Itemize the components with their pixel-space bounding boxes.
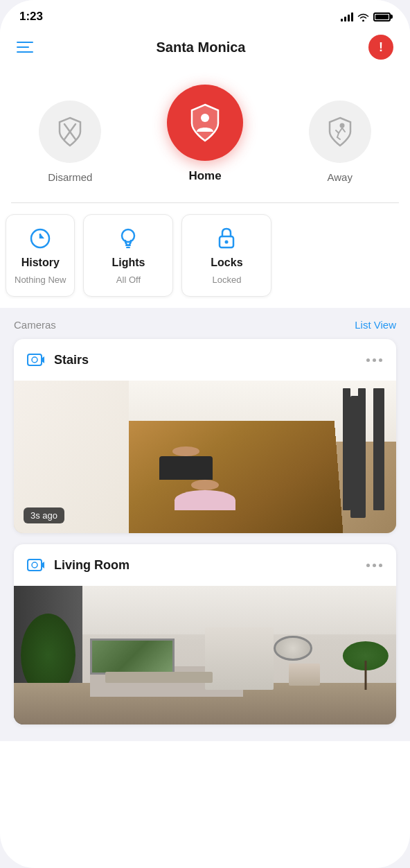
- camera-name-group-stairs: Stairs: [25, 349, 89, 371]
- locks-title: Locks: [211, 257, 242, 269]
- locks-icon: [214, 226, 239, 251]
- camera-card-stairs: Stairs: [14, 339, 396, 533]
- living-room-scene: [14, 586, 396, 724]
- timestamp-badge-stairs: 3s ago: [24, 507, 64, 523]
- action-card-history-partial[interactable]: History Nothing New: [6, 214, 75, 297]
- coffee-table: [105, 672, 213, 683]
- camera-thumbnail-stairs[interactable]: 3s ago: [14, 381, 396, 533]
- header: Santa Monica !: [0, 28, 410, 71]
- railing-4: [343, 388, 350, 510]
- battery-icon: [373, 12, 391, 21]
- wifi-icon: [357, 12, 369, 21]
- camera-device-icon-living-room: [25, 554, 47, 576]
- figure-person-1: [159, 446, 213, 480]
- mode-away[interactable]: Away: [280, 101, 399, 183]
- camera-card-living-room: Living Room: [14, 544, 396, 724]
- alert-icon: !: [379, 40, 383, 55]
- lights-icon: [116, 226, 141, 251]
- status-bar: 1:23: [0, 0, 410, 28]
- history-title: History: [21, 257, 60, 269]
- mode-disarmed[interactable]: Disarmed: [11, 101, 130, 183]
- svg-line-7: [337, 137, 340, 139]
- svg-rect-19: [28, 559, 42, 571]
- lights-subtitle: All Off: [116, 275, 141, 285]
- camera-more-button-stairs[interactable]: [364, 356, 385, 365]
- cameras-label: Cameras: [14, 319, 56, 331]
- menu-button[interactable]: [17, 42, 33, 53]
- railing-3: [358, 388, 366, 510]
- railing-2: [373, 388, 385, 510]
- locks-subtitle: Locked: [212, 275, 241, 285]
- alert-button[interactable]: !: [368, 35, 393, 60]
- living-plant-right: [343, 641, 389, 690]
- list-view-button[interactable]: List View: [355, 319, 396, 331]
- camera-more-button-living-room[interactable]: [364, 561, 385, 570]
- mode-home-circle: [167, 85, 243, 161]
- camera-device-icon-stairs: [25, 349, 47, 371]
- living-mirror: [274, 636, 312, 661]
- svg-point-12: [122, 229, 134, 242]
- action-card-lights[interactable]: Lights All Off: [83, 214, 173, 297]
- mode-home-label: Home: [188, 169, 221, 183]
- cameras-header: Cameras List View: [14, 319, 396, 331]
- camera-header-stairs: Stairs: [14, 339, 396, 381]
- svg-point-2: [201, 114, 209, 122]
- svg-line-8: [342, 128, 345, 132]
- history-subtitle: Nothing New: [15, 275, 66, 285]
- history-icon: [28, 226, 53, 251]
- signal-bars-icon: [341, 12, 353, 21]
- figure-person-2: [175, 480, 235, 510]
- mode-away-label: Away: [327, 171, 352, 183]
- svg-point-18: [32, 357, 37, 363]
- camera-thumbnail-living-room[interactable]: [14, 586, 396, 724]
- page-title: Santa Monica: [157, 40, 246, 55]
- svg-point-20: [32, 562, 37, 568]
- lights-title: Lights: [112, 257, 145, 269]
- camera-name-living-room: Living Room: [54, 558, 130, 573]
- home-shield-icon: [188, 103, 222, 143]
- stairs-scene: [14, 381, 396, 533]
- disarmed-shield-icon: [57, 116, 83, 147]
- svg-rect-17: [28, 354, 42, 365]
- living-doorway: [205, 627, 274, 690]
- svg-point-3: [339, 123, 344, 128]
- status-time: 1:23: [19, 10, 43, 24]
- camera-name-group-living-room: Living Room: [25, 554, 130, 576]
- mode-away-circle: [309, 101, 371, 163]
- svg-line-4: [339, 128, 342, 134]
- away-shield-icon: [327, 116, 353, 147]
- security-modes: Disarmed Home: [0, 71, 410, 202]
- svg-point-16: [225, 241, 229, 244]
- camera-name-stairs: Stairs: [54, 353, 89, 367]
- mode-disarmed-circle: [39, 101, 101, 163]
- side-table: [289, 663, 319, 686]
- status-icons: [341, 12, 391, 21]
- mode-home[interactable]: Home: [146, 85, 265, 183]
- camera-header-living-room: Living Room: [14, 544, 396, 586]
- living-painting: [90, 639, 174, 675]
- mode-disarmed-label: Disarmed: [48, 171, 92, 183]
- action-card-locks[interactable]: Locks Locked: [181, 214, 271, 297]
- phone-frame: 1:23 Santa Monica !: [0, 0, 410, 868]
- cameras-section: Cameras List View Stairs: [0, 308, 410, 741]
- quick-actions-row: History Nothing New Lights All Off: [0, 203, 410, 308]
